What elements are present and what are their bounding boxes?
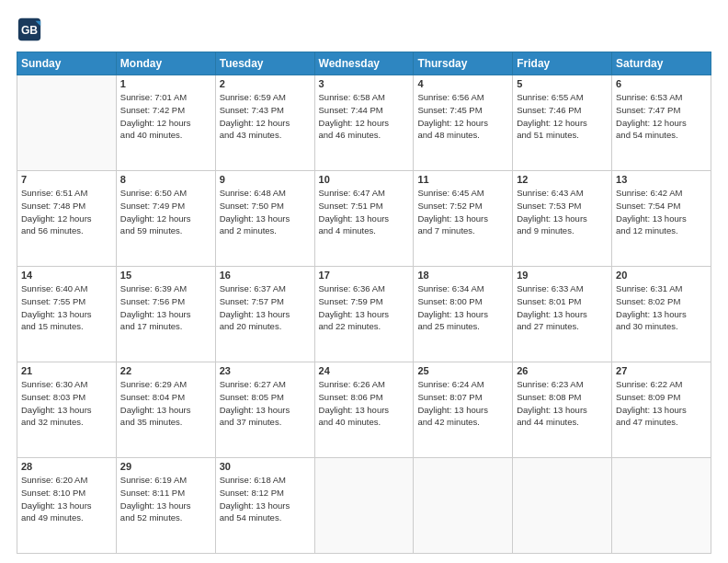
day-cell: 12Sunrise: 6:43 AMSunset: 7:53 PMDayligh… (513, 171, 612, 267)
logo: GB (17, 17, 46, 42)
day-cell: 19Sunrise: 6:33 AMSunset: 8:01 PMDayligh… (513, 267, 612, 362)
day-info: Sunrise: 6:31 AMSunset: 8:02 PMDaylight:… (616, 282, 707, 333)
day-info: Sunrise: 6:55 AMSunset: 7:46 PMDaylight:… (517, 91, 608, 142)
day-info: Sunrise: 6:58 AMSunset: 7:44 PMDaylight:… (319, 91, 410, 142)
day-number: 9 (220, 174, 311, 185)
day-number: 20 (616, 270, 707, 281)
day-info: Sunrise: 6:24 AMSunset: 8:07 PMDaylight:… (417, 378, 508, 429)
day-cell: 7Sunrise: 6:51 AMSunset: 7:48 PMDaylight… (17, 171, 117, 267)
day-cell: 23Sunrise: 6:27 AMSunset: 8:05 PMDayligh… (215, 362, 314, 458)
day-info: Sunrise: 7:01 AMSunset: 7:42 PMDaylight:… (120, 91, 211, 142)
day-cell: 13Sunrise: 6:42 AMSunset: 7:54 PMDayligh… (612, 171, 711, 267)
day-number: 21 (21, 365, 112, 376)
week-row-1: 1Sunrise: 7:01 AMSunset: 7:42 PMDaylight… (17, 75, 711, 171)
day-number: 11 (417, 174, 508, 185)
day-info: Sunrise: 6:29 AMSunset: 8:04 PMDaylight:… (120, 378, 211, 429)
day-header-friday: Friday (513, 52, 612, 75)
day-header-saturday: Saturday (612, 52, 711, 75)
day-cell: 17Sunrise: 6:36 AMSunset: 7:59 PMDayligh… (314, 267, 414, 362)
day-cell: 28Sunrise: 6:20 AMSunset: 8:10 PMDayligh… (17, 458, 117, 554)
day-cell: 14Sunrise: 6:40 AMSunset: 7:55 PMDayligh… (17, 267, 117, 362)
calendar-table: SundayMondayTuesdayWednesdayThursdayFrid… (17, 52, 711, 554)
day-number: 23 (220, 365, 311, 376)
day-number: 17 (319, 270, 410, 281)
day-cell: 3Sunrise: 6:58 AMSunset: 7:44 PMDaylight… (314, 75, 414, 171)
day-info: Sunrise: 6:39 AMSunset: 7:56 PMDaylight:… (120, 282, 211, 333)
day-info: Sunrise: 6:36 AMSunset: 7:59 PMDaylight:… (319, 282, 410, 333)
day-cell: 24Sunrise: 6:26 AMSunset: 8:06 PMDayligh… (314, 362, 414, 458)
day-info: Sunrise: 6:26 AMSunset: 8:06 PMDaylight:… (319, 378, 410, 429)
day-header-wednesday: Wednesday (314, 52, 414, 75)
week-row-5: 28Sunrise: 6:20 AMSunset: 8:10 PMDayligh… (17, 458, 711, 554)
day-cell: 2Sunrise: 6:59 AMSunset: 7:43 PMDaylight… (215, 75, 314, 171)
day-info: Sunrise: 6:42 AMSunset: 7:54 PMDaylight:… (616, 187, 707, 237)
day-info: Sunrise: 6:56 AMSunset: 7:45 PMDaylight:… (417, 91, 508, 142)
day-number: 7 (21, 174, 112, 185)
day-info: Sunrise: 6:34 AMSunset: 8:00 PMDaylight:… (417, 282, 508, 333)
day-number: 29 (120, 461, 211, 472)
svg-text:GB: GB (21, 24, 38, 37)
day-info: Sunrise: 6:48 AMSunset: 7:50 PMDaylight:… (220, 187, 311, 237)
day-cell: 25Sunrise: 6:24 AMSunset: 8:07 PMDayligh… (414, 362, 513, 458)
day-number: 19 (517, 270, 608, 281)
week-row-3: 14Sunrise: 6:40 AMSunset: 7:55 PMDayligh… (17, 267, 711, 362)
day-info: Sunrise: 6:20 AMSunset: 8:10 PMDaylight:… (21, 474, 112, 524)
day-cell: 1Sunrise: 7:01 AMSunset: 7:42 PMDaylight… (116, 75, 215, 171)
day-cell: 4Sunrise: 6:56 AMSunset: 7:45 PMDaylight… (414, 75, 513, 171)
week-row-2: 7Sunrise: 6:51 AMSunset: 7:48 PMDaylight… (17, 171, 711, 267)
day-info: Sunrise: 6:37 AMSunset: 7:57 PMDaylight:… (220, 282, 311, 333)
day-cell: 27Sunrise: 6:22 AMSunset: 8:09 PMDayligh… (612, 362, 711, 458)
day-number: 14 (21, 270, 112, 281)
day-cell (314, 458, 414, 554)
day-number: 12 (517, 174, 608, 185)
day-number: 1 (120, 78, 211, 89)
calendar-header: SundayMondayTuesdayWednesdayThursdayFrid… (17, 52, 711, 75)
day-info: Sunrise: 6:19 AMSunset: 8:11 PMDaylight:… (120, 474, 211, 524)
day-number: 2 (220, 78, 311, 89)
day-info: Sunrise: 6:18 AMSunset: 8:12 PMDaylight:… (220, 474, 311, 524)
day-cell (612, 458, 711, 554)
day-number: 6 (616, 78, 707, 89)
day-cell: 10Sunrise: 6:47 AMSunset: 7:51 PMDayligh… (314, 171, 414, 267)
day-info: Sunrise: 6:43 AMSunset: 7:53 PMDaylight:… (517, 187, 608, 237)
day-cell: 11Sunrise: 6:45 AMSunset: 7:52 PMDayligh… (414, 171, 513, 267)
day-cell (414, 458, 513, 554)
day-number: 3 (319, 78, 410, 89)
day-header-thursday: Thursday (414, 52, 513, 75)
day-cell: 21Sunrise: 6:30 AMSunset: 8:03 PMDayligh… (17, 362, 117, 458)
header: GB (17, 17, 711, 42)
day-number: 24 (319, 365, 410, 376)
day-header-monday: Monday (116, 52, 215, 75)
day-cell: 22Sunrise: 6:29 AMSunset: 8:04 PMDayligh… (116, 362, 215, 458)
day-info: Sunrise: 6:22 AMSunset: 8:09 PMDaylight:… (616, 378, 707, 429)
day-number: 28 (21, 461, 112, 472)
calendar-body: 1Sunrise: 7:01 AMSunset: 7:42 PMDaylight… (17, 75, 711, 554)
day-info: Sunrise: 6:50 AMSunset: 7:49 PMDaylight:… (120, 187, 211, 237)
day-cell: 29Sunrise: 6:19 AMSunset: 8:11 PMDayligh… (116, 458, 215, 554)
day-info: Sunrise: 6:30 AMSunset: 8:03 PMDaylight:… (21, 378, 112, 429)
day-info: Sunrise: 6:23 AMSunset: 8:08 PMDaylight:… (517, 378, 608, 429)
day-info: Sunrise: 6:45 AMSunset: 7:52 PMDaylight:… (417, 187, 508, 237)
day-number: 15 (120, 270, 211, 281)
day-info: Sunrise: 6:33 AMSunset: 8:01 PMDaylight:… (517, 282, 608, 333)
day-number: 13 (616, 174, 707, 185)
day-cell: 6Sunrise: 6:53 AMSunset: 7:47 PMDaylight… (612, 75, 711, 171)
day-info: Sunrise: 6:27 AMSunset: 8:05 PMDaylight:… (220, 378, 311, 429)
day-cell: 26Sunrise: 6:23 AMSunset: 8:08 PMDayligh… (513, 362, 612, 458)
day-number: 10 (319, 174, 410, 185)
page: GB SundayMondayTuesdayWednesdayThursdayF… (0, 0, 728, 563)
day-number: 4 (417, 78, 508, 89)
day-info: Sunrise: 6:51 AMSunset: 7:48 PMDaylight:… (21, 187, 112, 237)
day-cell: 9Sunrise: 6:48 AMSunset: 7:50 PMDaylight… (215, 171, 314, 267)
day-cell: 30Sunrise: 6:18 AMSunset: 8:12 PMDayligh… (215, 458, 314, 554)
day-info: Sunrise: 6:59 AMSunset: 7:43 PMDaylight:… (220, 91, 311, 142)
day-cell: 18Sunrise: 6:34 AMSunset: 8:00 PMDayligh… (414, 267, 513, 362)
day-info: Sunrise: 6:47 AMSunset: 7:51 PMDaylight:… (319, 187, 410, 237)
day-cell: 8Sunrise: 6:50 AMSunset: 7:49 PMDaylight… (116, 171, 215, 267)
day-header-sunday: Sunday (17, 52, 117, 75)
day-number: 18 (417, 270, 508, 281)
day-info: Sunrise: 6:53 AMSunset: 7:47 PMDaylight:… (616, 91, 707, 142)
day-cell (513, 458, 612, 554)
day-info: Sunrise: 6:40 AMSunset: 7:55 PMDaylight:… (21, 282, 112, 333)
day-header-tuesday: Tuesday (215, 52, 314, 75)
